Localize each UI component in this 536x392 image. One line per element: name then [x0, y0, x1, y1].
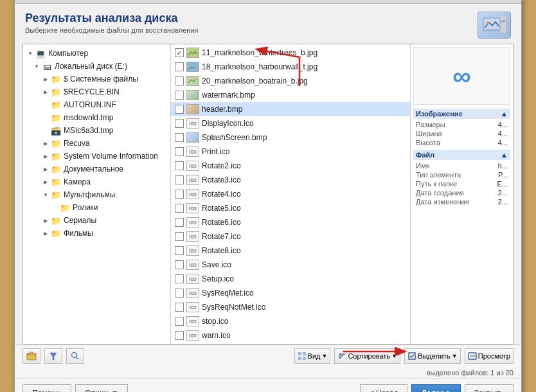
- tree-item-sys-files[interactable]: $ Системные файлы: [23, 73, 170, 85]
- file-row[interactable]: ico Rotate7.ico: [171, 229, 410, 244]
- folder-icon: [50, 151, 62, 161]
- file-row[interactable]: ico Print.ico: [171, 145, 410, 159]
- chevron-right-icon: [41, 76, 50, 82]
- file-checkbox[interactable]: [175, 48, 184, 57]
- folder-icon: [50, 87, 62, 97]
- tree-item-label: System Volume Information: [64, 152, 158, 161]
- svg-rect-5: [501, 20, 505, 22]
- file-row[interactable]: ico SysReqNotMet.ico: [171, 300, 410, 314]
- file-checkbox[interactable]: [175, 119, 184, 128]
- file-checkbox[interactable]: [175, 91, 184, 100]
- file-thumbnail: ico: [186, 302, 199, 312]
- file-checkbox[interactable]: [175, 289, 184, 298]
- help-button[interactable]: Помощь: [22, 384, 71, 392]
- svg-rect-21: [469, 353, 476, 359]
- file-row[interactable]: ico Setup.ico: [171, 272, 410, 286]
- tree-item-label: Документальное: [64, 165, 123, 174]
- properties-panel: ∞ Изображение ▲ Размеры 4... Ширина 4...: [410, 44, 513, 344]
- preview-button[interactable]: Просмотр: [465, 348, 514, 364]
- tree-item-recycle[interactable]: $RECYCLE.BIN: [23, 85, 170, 98]
- svg-rect-4: [501, 16, 506, 33]
- tree-item-label: Ролики: [73, 203, 98, 212]
- next-button[interactable]: Далее >: [411, 384, 460, 392]
- file-checkbox[interactable]: [175, 232, 184, 241]
- file-name: Rotate7.ico: [202, 232, 241, 241]
- tree-item-recuva[interactable]: Recuva: [23, 137, 170, 150]
- file-row[interactable]: ico stop.ico: [171, 314, 410, 328]
- chevron-right-icon: [41, 217, 50, 224]
- file-thumbnail: [186, 48, 199, 58]
- file-row[interactable]: ico DisplayIcon.ico: [171, 116, 410, 130]
- file-row[interactable]: ico Rotate2.ico: [171, 159, 410, 173]
- tree-item-computer[interactable]: Компьютер: [23, 47, 170, 60]
- file-row[interactable]: 20_marknelson_boatrain_b.jpg: [171, 74, 410, 88]
- file-checkbox[interactable]: [175, 62, 184, 71]
- file-checkbox[interactable]: [175, 161, 184, 170]
- tree-item-msdownld[interactable]: msdownld.tmp: [23, 111, 170, 124]
- file-row[interactable]: ico warn.ico: [171, 328, 410, 343]
- sort-dropdown[interactable]: Сортировать ▼: [334, 348, 400, 364]
- file-row[interactable]: ico Rotate3.ico: [171, 173, 410, 187]
- file-checkbox[interactable]: [175, 260, 184, 269]
- file-row[interactable]: ico SysReqMet.ico: [171, 286, 410, 300]
- file-checkbox[interactable]: [175, 147, 184, 156]
- file-name: 20_marknelson_boatrain_b.jpg: [202, 76, 308, 85]
- file-name: Rotate5.ico: [202, 204, 241, 213]
- tree-item-multfilm[interactable]: Мультфильмы: [23, 188, 170, 201]
- tree-item-autorun[interactable]: AUTORUN.INF: [23, 98, 170, 111]
- file-checkbox[interactable]: [175, 133, 184, 142]
- file-list-panel[interactable]: 11_marknelson_wintertrees_b.jpg 18_markn…: [171, 44, 410, 344]
- file-checkbox[interactable]: [175, 76, 184, 85]
- file-row[interactable]: ico Rotate6.ico: [171, 215, 410, 229]
- file-row[interactable]: 18_marknelson_harbourwall_t.jpg: [171, 60, 410, 74]
- prop-row-type: Тип элемента P...: [413, 170, 510, 179]
- view-dropdown[interactable]: Вид ▼: [294, 348, 331, 364]
- main-window: RS Photo Recovery 4.1 (Home Edition) — ☐…: [14, 0, 522, 392]
- file-checkbox[interactable]: [175, 317, 184, 326]
- file-checkbox[interactable]: [175, 303, 184, 312]
- tree-item-camera[interactable]: Камера: [23, 175, 170, 188]
- folder-browse-button[interactable]: [22, 348, 40, 364]
- file-row[interactable]: ico Rotate8.ico: [171, 244, 410, 258]
- tree-item-disk-e[interactable]: 🖴 Локальный диск (E:): [23, 60, 170, 73]
- file-row[interactable]: 11_marknelson_wintertrees_b.jpg: [171, 46, 410, 60]
- tree-item-documental[interactable]: Документальное: [23, 163, 170, 175]
- tree-panel[interactable]: Компьютер 🖴 Локальный диск (E:) $ Систем…: [23, 44, 171, 344]
- filter-button[interactable]: [44, 348, 62, 364]
- file-checkbox[interactable]: [175, 190, 184, 199]
- file-checkbox[interactable]: [175, 105, 184, 114]
- file-row[interactable]: watermark.bmp: [171, 88, 410, 102]
- file-checkbox[interactable]: [175, 175, 184, 184]
- file-checkbox[interactable]: [175, 204, 184, 213]
- view-label: Вид: [308, 352, 321, 360]
- folder-icon: [50, 138, 62, 148]
- file-checkbox[interactable]: [175, 274, 184, 283]
- tree-item-filmi[interactable]: Фильмы: [23, 227, 170, 240]
- file-row[interactable]: ico Rotate5.ico: [171, 201, 410, 215]
- tree-item-seriali[interactable]: Сериалы: [23, 214, 170, 227]
- file-row[interactable]: SplashScreen.bmp: [171, 130, 410, 145]
- tree-item-msic[interactable]: 🗃️ MSIc6a3d.tmp: [23, 124, 170, 137]
- file-checkbox[interactable]: [175, 246, 184, 255]
- search-button[interactable]: [66, 348, 84, 364]
- file-checkbox[interactable]: [175, 218, 184, 227]
- folder-icon: [50, 215, 62, 226]
- tree-item-roliki[interactable]: Ролики: [23, 201, 170, 214]
- sort-arrow-icon: ▲: [501, 110, 508, 118]
- file-name: stop.ico: [202, 317, 228, 326]
- file-checkbox[interactable]: [175, 331, 184, 340]
- prop-row-height: Высота 4...: [413, 138, 510, 147]
- page-subtitle: Выберите необходимые файлы для восстанов…: [25, 26, 199, 34]
- select-dropdown[interactable]: Выделить ▼: [404, 348, 461, 364]
- file-row[interactable]: ico Rotate4.ico: [171, 187, 410, 201]
- back-button[interactable]: < Назад: [360, 384, 408, 392]
- file-row[interactable]: ico Save.ico: [171, 258, 410, 272]
- tree-item-sysvolinfo[interactable]: System Volume Information: [23, 150, 170, 163]
- chevron-right-icon: [41, 179, 50, 185]
- options-button[interactable]: Опции ▼: [75, 384, 128, 392]
- file-thumbnail: ico: [186, 245, 199, 256]
- file-icon: 🗃️: [50, 125, 62, 136]
- close-button[interactable]: Закрыть: [465, 384, 514, 392]
- preview-image: ∞: [452, 62, 471, 91]
- file-row-selected[interactable]: header.bmp: [171, 102, 410, 116]
